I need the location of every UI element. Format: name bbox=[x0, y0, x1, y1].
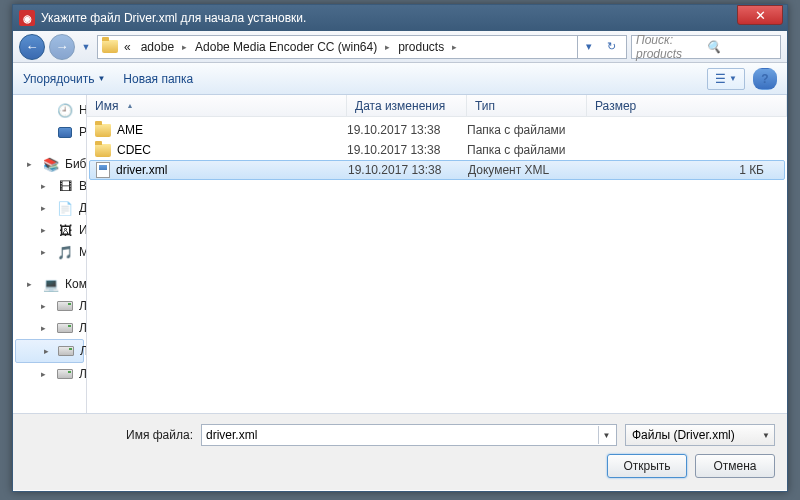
help-button[interactable]: ? bbox=[753, 68, 777, 90]
filename-label: Имя файла: bbox=[25, 428, 193, 442]
sidebar-item-drive[interactable]: ▸Локальный диск bbox=[13, 317, 86, 339]
drive-icon bbox=[58, 343, 74, 359]
close-button[interactable]: ✕ bbox=[737, 5, 783, 25]
desktop-icon bbox=[57, 124, 73, 140]
expand-icon[interactable]: ▸ bbox=[41, 225, 46, 235]
drive-icon bbox=[57, 366, 73, 382]
back-button[interactable]: ← bbox=[19, 34, 45, 60]
address-dropdown[interactable]: ▾ bbox=[578, 36, 600, 58]
column-name[interactable]: Имя bbox=[87, 95, 347, 116]
sidebar-item-libraries[interactable]: ▸Библиотеки bbox=[13, 153, 86, 175]
sidebar-item-recent[interactable]: Недавние места bbox=[13, 99, 86, 121]
expand-icon[interactable]: ▸ bbox=[41, 323, 46, 333]
expand-icon[interactable]: ▸ bbox=[41, 301, 46, 311]
address-bar[interactable]: « adobe ▸ Adobe Media Encoder CC (win64)… bbox=[97, 35, 627, 59]
sidebar-item-music[interactable]: ▸Музыка bbox=[13, 241, 86, 263]
app-icon: ◉ bbox=[19, 10, 35, 26]
file-name: driver.xml bbox=[116, 163, 167, 177]
sidebar-item-drive[interactable]: ▸Локальный диск bbox=[15, 339, 84, 363]
breadcrumb-chevron-icon[interactable]: ▸ bbox=[180, 42, 189, 52]
column-type[interactable]: Тип bbox=[467, 95, 587, 116]
expand-icon[interactable]: ▸ bbox=[41, 203, 46, 213]
refresh-button[interactable]: ↻ bbox=[600, 36, 622, 58]
file-type: Папка с файлами bbox=[467, 143, 587, 157]
forward-button[interactable]: → bbox=[49, 34, 75, 60]
file-rows[interactable]: AME19.10.2017 13:38Папка с файламиCDEC19… bbox=[87, 117, 787, 413]
toolbar: Упорядочить▼ Новая папка ☰▼ ? bbox=[13, 63, 787, 95]
filename-dropdown[interactable]: ▼ bbox=[598, 426, 614, 444]
new-folder-button[interactable]: Новая папка bbox=[123, 72, 193, 86]
breadcrumb-chevron-icon[interactable]: ▸ bbox=[450, 42, 459, 52]
column-date[interactable]: Дата изменения bbox=[347, 95, 467, 116]
search-icon: 🔍 bbox=[706, 40, 776, 54]
breadcrumb-seg-2[interactable]: products bbox=[394, 40, 448, 54]
sidebar-tree[interactable]: Недавние места Рабочий стол ▸Библиотеки … bbox=[13, 95, 87, 413]
breadcrumb-prefix[interactable]: « bbox=[120, 40, 135, 54]
expand-icon[interactable]: ▸ bbox=[44, 346, 49, 356]
filename-input[interactable]: driver.xml ▼ bbox=[201, 424, 617, 446]
sidebar-item-desktop[interactable]: Рабочий стол bbox=[13, 121, 86, 143]
folder-icon bbox=[102, 40, 118, 53]
expand-icon[interactable]: ▸ bbox=[41, 247, 46, 257]
breadcrumb-seg-1[interactable]: Adobe Media Encoder CC (win64) bbox=[191, 40, 381, 54]
file-type: Документ XML bbox=[468, 163, 588, 177]
expand-icon[interactable]: ▸ bbox=[41, 181, 46, 191]
file-open-dialog: ◉ Укажите файл Driver.xml для начала уст… bbox=[12, 4, 788, 492]
expand-icon[interactable]: ▸ bbox=[41, 369, 46, 379]
video-icon bbox=[57, 178, 73, 194]
music-icon bbox=[57, 244, 73, 260]
filename-value: driver.xml bbox=[206, 428, 257, 442]
view-mode-button[interactable]: ☰▼ bbox=[707, 68, 745, 90]
search-input[interactable]: Поиск: products 🔍 bbox=[631, 35, 781, 59]
file-size: 1 КБ bbox=[588, 163, 778, 177]
cancel-button[interactable]: Отмена bbox=[695, 454, 775, 478]
breadcrumb-seg-0[interactable]: adobe bbox=[137, 40, 178, 54]
expand-icon[interactable]: ▸ bbox=[27, 159, 32, 169]
folder-icon bbox=[95, 124, 111, 137]
chevron-down-icon: ▼ bbox=[762, 431, 770, 440]
window-title: Укажите файл Driver.xml для начала устан… bbox=[41, 11, 737, 25]
expand-icon[interactable]: ▸ bbox=[27, 279, 32, 289]
breadcrumb-chevron-icon[interactable]: ▸ bbox=[383, 42, 392, 52]
sidebar-item-drive[interactable]: ▸Локальный диск bbox=[13, 295, 86, 317]
file-name: CDEC bbox=[117, 143, 151, 157]
organize-button[interactable]: Упорядочить▼ bbox=[23, 72, 105, 86]
file-row[interactable]: CDEC19.10.2017 13:38Папка с файлами bbox=[87, 140, 787, 160]
file-date: 19.10.2017 13:38 bbox=[348, 163, 468, 177]
folder-icon bbox=[95, 144, 111, 157]
sidebar-item-video[interactable]: ▸Видео bbox=[13, 175, 86, 197]
file-date: 19.10.2017 13:38 bbox=[347, 143, 467, 157]
documents-icon bbox=[57, 200, 73, 216]
file-row[interactable]: driver.xml19.10.2017 13:38Документ XML1 … bbox=[89, 160, 785, 180]
drive-icon bbox=[57, 298, 73, 314]
libraries-icon bbox=[43, 156, 59, 172]
history-dropdown[interactable]: ▼ bbox=[79, 37, 93, 57]
file-row[interactable]: AME19.10.2017 13:38Папка с файлами bbox=[87, 120, 787, 140]
file-type: Папка с файлами bbox=[467, 123, 587, 137]
sidebar-item-drive[interactable]: ▸Локальный диск bbox=[13, 363, 86, 385]
dialog-footer: Имя файла: driver.xml ▼ Файлы (Driver.xm… bbox=[13, 413, 787, 490]
recent-icon bbox=[57, 102, 73, 118]
search-placeholder: Поиск: products bbox=[636, 33, 706, 61]
open-button[interactable]: Открыть bbox=[607, 454, 687, 478]
navigation-bar: ← → ▼ « adobe ▸ Adobe Media Encoder CC (… bbox=[13, 31, 787, 63]
file-type-filter[interactable]: Файлы (Driver.xml) ▼ bbox=[625, 424, 775, 446]
column-size[interactable]: Размер bbox=[587, 95, 787, 116]
sidebar-item-documents[interactable]: ▸Документы bbox=[13, 197, 86, 219]
drive-icon bbox=[57, 320, 73, 336]
computer-icon bbox=[43, 276, 59, 292]
file-name: AME bbox=[117, 123, 143, 137]
column-headers: Имя Дата изменения Тип Размер bbox=[87, 95, 787, 117]
file-list-pane: Имя Дата изменения Тип Размер AME19.10.2… bbox=[87, 95, 787, 413]
images-icon bbox=[57, 222, 73, 238]
sidebar-item-images[interactable]: ▸Изображения bbox=[13, 219, 86, 241]
titlebar: ◉ Укажите файл Driver.xml для начала уст… bbox=[13, 5, 787, 31]
xml-file-icon bbox=[96, 162, 110, 178]
file-date: 19.10.2017 13:38 bbox=[347, 123, 467, 137]
sidebar-item-computer[interactable]: ▸Компьютер bbox=[13, 273, 86, 295]
